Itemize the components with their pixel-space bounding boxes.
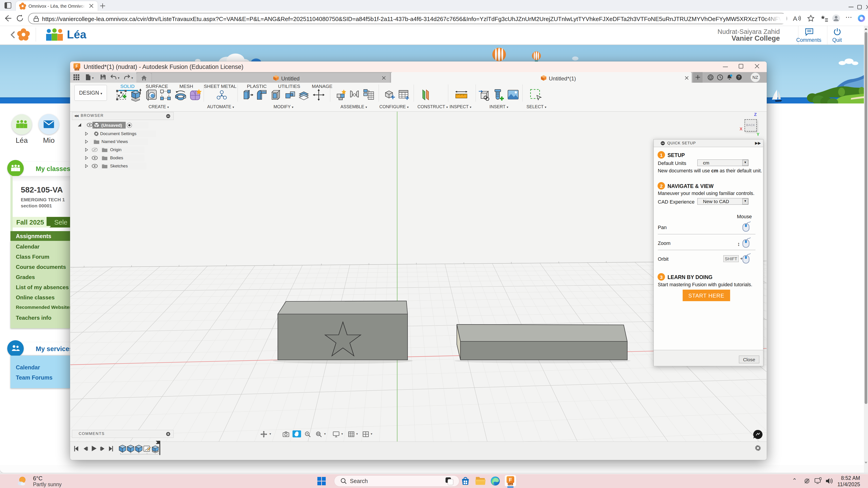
svg-text:FUS: FUS: [75, 69, 79, 70]
svg-text:?: ?: [738, 75, 740, 79]
svg-text:A: A: [793, 15, 797, 22]
svg-text:F: F: [76, 64, 78, 68]
svg-text:FUS: FUS: [508, 483, 513, 486]
svg-text:F: F: [509, 477, 512, 483]
